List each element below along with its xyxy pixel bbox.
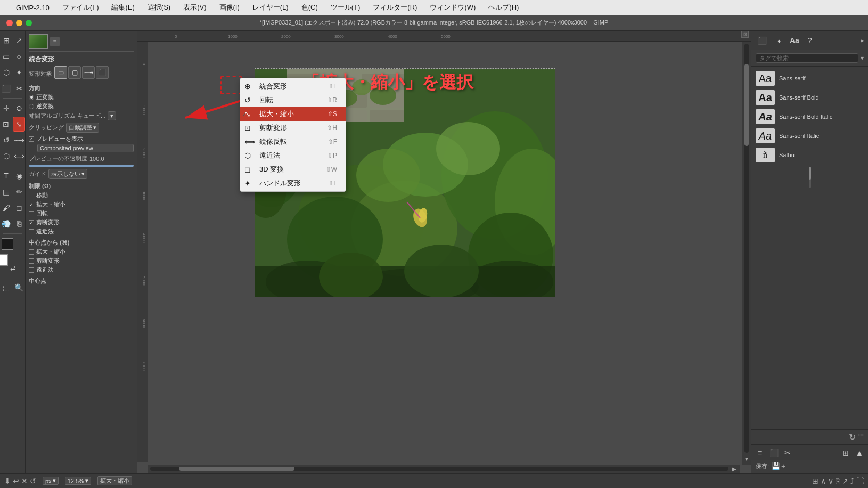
menubar-windows[interactable]: ウィンドウ(W) bbox=[427, 2, 479, 13]
menu-item-perspective[interactable]: ⬡ 遠近法 ⇧P bbox=[240, 149, 346, 162]
preview-type-dropdown[interactable]: Composited preview bbox=[37, 144, 134, 152]
status-grid-icon[interactable]: ⊞ bbox=[812, 477, 818, 485]
panel-icon-help[interactable]: ? bbox=[804, 34, 816, 47]
transform-layer-icon[interactable]: ▭ bbox=[54, 66, 67, 79]
constraint-perspective-row[interactable]: 遠近法 bbox=[29, 227, 134, 235]
foreground-color[interactable] bbox=[2, 238, 13, 250]
menu-item-unified-transform[interactable]: ⊕ 統合変形 ⇧T bbox=[240, 79, 346, 93]
preview-checkbox[interactable]: ✓ bbox=[29, 136, 34, 142]
transform-selection-icon[interactable]: ▢ bbox=[68, 66, 81, 79]
maximize-button[interactable] bbox=[26, 20, 32, 26]
panel-icon-fonts[interactable]: Aa bbox=[790, 36, 799, 45]
scroll-down-btn[interactable]: ▼ bbox=[743, 455, 750, 462]
shear-icon[interactable]: ⟿ bbox=[13, 133, 25, 148]
menubar-edit[interactable]: 編集(E) bbox=[108, 2, 137, 13]
panel-icon-brushes[interactable]: ⬧ bbox=[773, 34, 785, 47]
channels-tab-icon[interactable]: ⬛ bbox=[767, 446, 780, 459]
image-thumbnail[interactable] bbox=[29, 34, 48, 49]
center-scale-row[interactable]: 拡大・縮小 bbox=[29, 248, 134, 256]
center-scale-checkbox[interactable] bbox=[29, 249, 34, 255]
mode-label[interactable]: 拡大・縮小 bbox=[97, 476, 132, 485]
constraint-perspective-checkbox[interactable] bbox=[29, 229, 34, 234]
status-reset-icon[interactable]: ↺ bbox=[30, 477, 36, 485]
minimize-button[interactable] bbox=[16, 20, 22, 26]
menubar-gimp[interactable]: GIMP-2.10 bbox=[13, 3, 53, 13]
new-image-icon[interactable]: ⊞ bbox=[0, 33, 12, 48]
font-item-2[interactable]: Aa Sans-serif Bold Italic bbox=[751, 107, 868, 126]
menubar-filters[interactable]: フィルター(R) bbox=[370, 2, 420, 13]
paths-tab-icon[interactable]: ✂ bbox=[781, 446, 794, 459]
search-dropdown-icon[interactable]: ▾ bbox=[861, 54, 864, 62]
blend-icon[interactable]: ▤ bbox=[0, 184, 12, 199]
status-export-icon[interactable]: ↗ bbox=[842, 477, 848, 485]
zoom-dropdown[interactable]: 12.5% ▾ bbox=[65, 477, 91, 485]
scrollbar-track-h[interactable] bbox=[150, 467, 728, 471]
background-color[interactable] bbox=[0, 254, 8, 266]
clone-icon[interactable]: ⎘ bbox=[13, 216, 25, 231]
menu-item-flip[interactable]: ⟺ 鏡像反転 ⇧F bbox=[240, 135, 346, 149]
scrollbar-thumb-h[interactable] bbox=[179, 467, 294, 471]
transform-image-icon[interactable]: ⬛ bbox=[96, 66, 109, 79]
constraint-scale-checkbox[interactable]: ✓ bbox=[29, 202, 34, 207]
menubar-layer[interactable]: レイヤー(L) bbox=[249, 2, 292, 13]
panel-arrow-icon[interactable]: ▸ bbox=[861, 37, 864, 44]
direction-forward-row[interactable]: 正変換 bbox=[29, 93, 134, 101]
center-perspective-row[interactable]: 遠近法 bbox=[29, 266, 134, 274]
layers-tab-icon[interactable]: ≡ bbox=[754, 446, 766, 459]
transform-path-icon[interactable]: ⟿ bbox=[82, 66, 95, 79]
constraint-rotate-row[interactable]: 回転 bbox=[29, 209, 134, 217]
preview-row[interactable]: ✓ プレビューを表示 bbox=[29, 135, 134, 143]
status-fullscreen-icon[interactable]: ⛶ bbox=[856, 477, 864, 485]
constraint-shear-row[interactable]: ✓ 剪断変形 bbox=[29, 218, 134, 226]
menubar-view[interactable]: 表示(V) bbox=[180, 2, 209, 13]
free-select-icon[interactable]: ⬡ bbox=[0, 65, 12, 80]
canvas-wrapper[interactable]: 0 1000 2000 3000 4000 5000 ⊡ 0 1000 2000… bbox=[137, 31, 751, 473]
options-icon-1[interactable]: ≡ bbox=[50, 37, 60, 46]
crop-icon[interactable]: ⊡ bbox=[0, 117, 12, 132]
menubar-colors[interactable]: 色(C) bbox=[298, 2, 321, 13]
constraint-scale-row[interactable]: ✓ 拡大・縮小 bbox=[29, 200, 134, 208]
menu-item-rotate[interactable]: ↺ 回転 ⇧R bbox=[240, 93, 346, 107]
constraint-move-checkbox[interactable] bbox=[29, 193, 34, 198]
airbrush-icon[interactable]: 💨 bbox=[0, 216, 12, 231]
align-icon[interactable]: ⊜ bbox=[13, 101, 25, 116]
font-list-scroll-track[interactable] bbox=[809, 167, 811, 188]
constraint-move-row[interactable]: 移動 bbox=[29, 191, 134, 199]
status-undo-icon[interactable]: ↩ bbox=[13, 477, 19, 485]
scroll-right-btn[interactable]: ▶ bbox=[731, 465, 738, 473]
transform-dropdown-menu[interactable]: ⊕ 統合変形 ⇧T ↺ 回転 ⇧R ✓ ⤡ 拡大・縮小 ⇧S ⊡ 剪断変 bbox=[240, 78, 346, 192]
status-copy-icon[interactable]: ⎘ bbox=[836, 477, 840, 485]
eraser-icon[interactable]: ◻ bbox=[13, 200, 25, 215]
select-by-color-icon[interactable]: ⬛ bbox=[0, 81, 12, 96]
interpolation-dropdown[interactable]: ▾ bbox=[108, 111, 116, 120]
pencil-icon[interactable]: ✏ bbox=[13, 184, 25, 199]
scale-icon[interactable]: ⤡ bbox=[13, 117, 25, 132]
scissors-select-icon[interactable]: ✂ bbox=[13, 81, 25, 96]
center-shear-checkbox[interactable] bbox=[29, 258, 34, 264]
scrollbar-track-v[interactable] bbox=[744, 44, 749, 453]
font-item-0[interactable]: Aa Sans-serif bbox=[751, 69, 868, 88]
menubar-image[interactable]: 画像(I) bbox=[216, 2, 243, 13]
close-button[interactable] bbox=[6, 20, 13, 26]
menu-item-shear[interactable]: ⊡ 剪断変形 ⇧H bbox=[240, 121, 346, 135]
menu-item-3d-transform[interactable]: ◻ 3D 変換 ⇧W bbox=[240, 162, 346, 176]
paintbrush-icon[interactable]: 🖌 bbox=[0, 200, 12, 215]
fuzzy-select-icon[interactable]: ✦ bbox=[13, 65, 25, 80]
font-item-1[interactable]: Aa Sans-serif Bold bbox=[751, 88, 868, 107]
bucket-fill-icon[interactable]: ◉ bbox=[13, 168, 25, 183]
center-shear-row[interactable]: 剪断変形 bbox=[29, 257, 134, 265]
menubar-file[interactable]: ファイル(F) bbox=[59, 2, 102, 13]
canvas-content[interactable]: 「拡大・縮小」を選択 bbox=[148, 42, 740, 462]
scrollbar-thumb-v[interactable] bbox=[744, 64, 749, 146]
save-icon[interactable]: 💾 bbox=[771, 462, 780, 470]
ruler-corner-btn[interactable]: ⊡ bbox=[741, 31, 749, 38]
direction-forward-radio[interactable] bbox=[29, 95, 34, 100]
status-up-icon[interactable]: ∧ bbox=[821, 477, 826, 485]
menu-item-handle-transform[interactable]: ✦ ハンドル変形 ⇧L bbox=[240, 176, 346, 190]
constraint-rotate-checkbox[interactable] bbox=[29, 211, 34, 216]
status-download-icon[interactable]: ⬇ bbox=[4, 477, 11, 485]
refresh-button[interactable]: ↻ bbox=[849, 432, 856, 442]
perspective-icon[interactable]: ⬡ bbox=[0, 149, 12, 164]
opacity-slider-track[interactable] bbox=[29, 165, 134, 167]
direction-backward-radio[interactable] bbox=[29, 104, 34, 109]
